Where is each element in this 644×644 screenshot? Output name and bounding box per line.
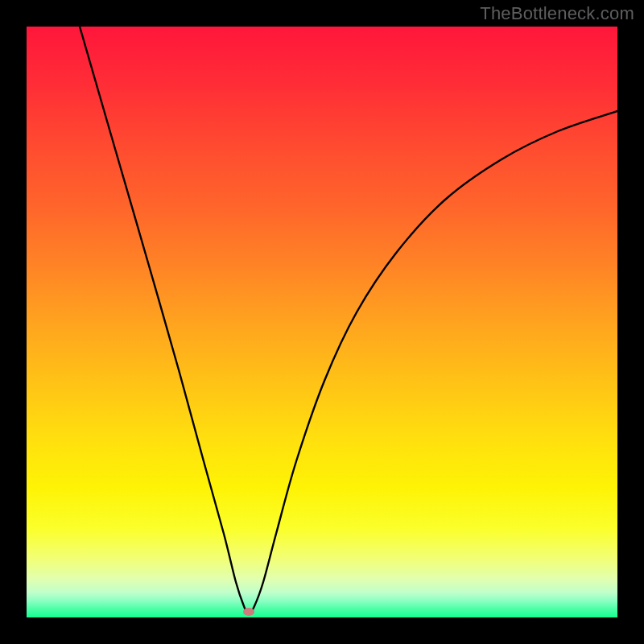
chart-frame: TheBottleneck.com	[0, 0, 644, 644]
watermark-text: TheBottleneck.com	[480, 3, 634, 24]
optimal-point-marker	[243, 608, 254, 616]
bottleneck-curve	[27, 27, 617, 617]
plot-area	[27, 27, 617, 617]
